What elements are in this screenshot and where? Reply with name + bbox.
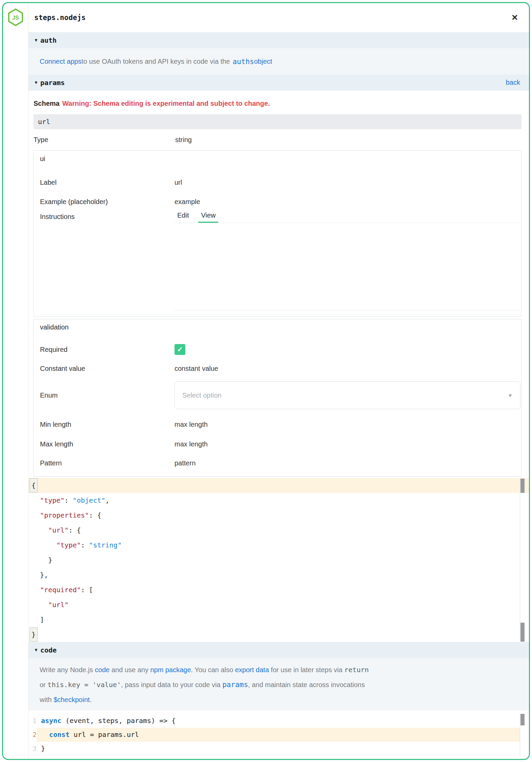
code-section-label: code: [40, 646, 520, 654]
nodejs-code-editor[interactable]: 1async (event, steps, params) => {2 cons…: [28, 710, 529, 759]
schema-editor-line[interactable]: "required": [: [28, 582, 529, 597]
schema-editor-line[interactable]: }: [28, 553, 529, 567]
schema-editor-line[interactable]: {: [28, 478, 529, 493]
text-segment: this.key = 'value': [47, 681, 121, 689]
code-section-header[interactable]: ▼ code: [28, 642, 529, 658]
code-editor-line[interactable]: 2 const url = params.url: [28, 728, 529, 742]
auth-description: Connect apps to use OAuth tokens and API…: [28, 48, 529, 75]
enum-select[interactable]: Select option ▼: [175, 381, 520, 409]
schema-warning: Warning: Schema editing is experimental …: [62, 100, 270, 107]
code-editor-line[interactable]: 3}: [28, 742, 529, 756]
instructions-editor: Edit View: [175, 212, 520, 310]
tab-edit[interactable]: Edit: [175, 212, 191, 223]
field-label: Example (placeholder): [40, 198, 175, 206]
enum-row: Enum Select option ▼: [40, 381, 520, 409]
code-token: "properties": [40, 511, 89, 519]
code-token: [32, 496, 40, 504]
code-token: : {: [68, 526, 81, 534]
schema-editor-line[interactable]: }: [28, 627, 529, 642]
code-token: :: [81, 541, 89, 549]
dialog-main: steps.nodejs ✕ ▼ auth Connect apps to us…: [28, 3, 529, 759]
inline-link[interactable]: export data: [235, 666, 269, 674]
inline-link[interactable]: object: [254, 58, 272, 65]
schema-editor-line[interactable]: "properties": {: [28, 508, 529, 523]
text-segment: or: [40, 681, 47, 688]
pattern-input[interactable]: pattern: [175, 459, 196, 467]
collapse-triangle-icon: ▼: [34, 647, 38, 653]
example-field-input[interactable]: example: [175, 198, 200, 206]
code-token: [32, 586, 40, 594]
inline-link[interactable]: npm package: [150, 666, 191, 674]
param-name-input[interactable]: url: [34, 114, 521, 129]
field-label: Min length: [40, 421, 175, 428]
scrollbar-track[interactable]: [520, 713, 520, 757]
schema-json-editor[interactable]: { "type": "object", "properties": { "url…: [28, 478, 529, 642]
auth-section-header[interactable]: ▼ auth: [28, 32, 529, 48]
code-token: }: [32, 556, 52, 564]
code-token: [32, 526, 48, 534]
field-label: Max length: [40, 440, 175, 448]
instructions-tabs: Edit View: [175, 212, 520, 223]
code-token: "string": [89, 541, 122, 549]
type-row: Type string: [34, 129, 521, 150]
params-section-label: params: [40, 79, 506, 87]
svg-text:JS: JS: [12, 15, 19, 21]
field-label: Pattern: [40, 459, 175, 467]
code-token: "type": [56, 541, 81, 549]
scrollbar-thumb[interactable]: [520, 623, 525, 642]
code-token: }: [41, 744, 45, 753]
line-number: 2: [28, 728, 37, 742]
required-checkbox[interactable]: ✓: [175, 344, 185, 355]
inline-link[interactable]: auths: [232, 58, 254, 66]
field-label: Instructions: [40, 212, 175, 221]
schema-editor-line[interactable]: "type": "object",: [28, 493, 529, 508]
type-select[interactable]: string: [175, 136, 192, 144]
code-token: "type": [40, 496, 64, 504]
field-label: Required: [40, 346, 175, 354]
scrollbar-track[interactable]: [520, 478, 520, 642]
code-editor-line[interactable]: 1async (event, steps, params) => {: [28, 714, 529, 728]
close-icon[interactable]: ✕: [511, 14, 518, 22]
max-length-input[interactable]: max length: [175, 440, 208, 448]
code-token: },: [32, 571, 48, 579]
schema-editor-line[interactable]: "type": "string": [28, 538, 529, 553]
back-link[interactable]: back: [506, 79, 520, 86]
example-field-row: Example (placeholder) example: [40, 192, 520, 212]
schema-editor-line[interactable]: ]: [28, 612, 529, 627]
max-length-row: Max length max length: [40, 434, 520, 454]
label-field-row: Label url: [40, 173, 520, 192]
text-segment: return: [344, 666, 369, 674]
inline-link[interactable]: params: [222, 681, 248, 689]
field-label: Constant value: [40, 365, 175, 373]
bracket-fold-marker[interactable]: }: [29, 627, 38, 642]
schema-editor-line[interactable]: },: [28, 567, 529, 582]
tab-view[interactable]: View: [198, 212, 218, 223]
schema-editor-line[interactable]: "url": {: [28, 523, 529, 538]
constant-value-input[interactable]: constant value: [175, 365, 218, 373]
params-section-header[interactable]: ▼ params back: [28, 75, 529, 91]
text-segment: .: [90, 696, 92, 703]
code-description-line: with $checkpoint.: [40, 692, 514, 707]
code-token: : [: [81, 586, 93, 594]
schema-editor-line[interactable]: "url": [28, 597, 529, 612]
label-field-input[interactable]: url: [175, 179, 182, 186]
code-token: {: [32, 481, 36, 489]
code-token: const: [49, 730, 69, 739]
code-description-line: Write any Node.js code and use any npm p…: [40, 662, 514, 677]
code-token: [32, 511, 40, 519]
min-length-input[interactable]: max length: [175, 421, 208, 428]
inline-link[interactable]: code: [95, 666, 109, 674]
code-token: [32, 541, 56, 549]
validation-group-heading: validation: [40, 323, 520, 331]
code-token: "required": [40, 586, 81, 594]
ui-group-heading: ui: [40, 155, 520, 163]
pattern-row: Pattern pattern: [40, 454, 520, 472]
code-line-content: const url = params.url: [37, 728, 520, 742]
inline-link[interactable]: Connect apps: [40, 58, 81, 65]
instructions-row: Instructions Edit View: [40, 212, 520, 310]
scrollbar-thumb[interactable]: [520, 479, 525, 493]
inline-link[interactable]: $checkpoint: [54, 696, 90, 703]
bracket-fold-marker[interactable]: {: [29, 478, 38, 493]
scrollbar-thumb[interactable]: [520, 714, 525, 725]
code-token: "object": [73, 496, 105, 504]
